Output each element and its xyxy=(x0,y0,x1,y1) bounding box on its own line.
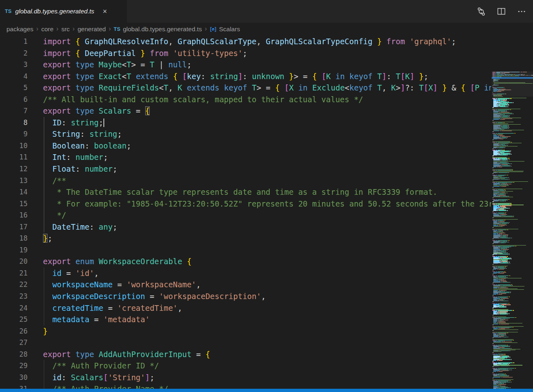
editor-actions xyxy=(476,0,533,23)
line-number[interactable]: 25 xyxy=(0,314,28,325)
minimap-rows xyxy=(492,72,533,392)
line-number[interactable]: 14 xyxy=(0,186,28,198)
line-number[interactable]: 8 xyxy=(0,117,28,129)
code-line[interactable]: 14 * The DateTime scalar type represents… xyxy=(0,186,491,198)
compare-changes-icon[interactable] xyxy=(476,6,486,16)
code-line[interactable]: 7export type Scalars = { xyxy=(0,105,491,117)
close-tab-icon[interactable]: × xyxy=(103,8,107,15)
line-number[interactable]: 17 xyxy=(0,221,28,233)
line-number[interactable]: 18 xyxy=(0,233,28,244)
code-text: DateTime: any; xyxy=(43,221,117,233)
chevron-right-icon: › xyxy=(56,25,58,32)
code-text: workspaceDescription = 'workspaceDescrip… xyxy=(43,291,266,302)
line-number[interactable]: 26 xyxy=(0,325,28,337)
code-line[interactable]: 3export type Maybe<T> = T | null; xyxy=(0,59,491,71)
more-actions-icon[interactable] xyxy=(517,6,527,16)
code-line[interactable]: 2import { DeepPartial } from 'utility-ty… xyxy=(0,47,491,59)
chevron-right-icon: › xyxy=(36,25,38,32)
breadcrumb-file-label: global.db.types.generated.ts xyxy=(123,26,202,33)
code-line[interactable]: 27 xyxy=(0,337,491,349)
symbol-type-icon xyxy=(210,26,217,33)
code-line[interactable]: 28export type AddAuthProviderInput = { xyxy=(0,349,491,360)
line-number[interactable]: 21 xyxy=(0,267,28,279)
code-text: id: Scalars['String']; xyxy=(43,372,155,383)
breadcrumb-item-src[interactable]: src xyxy=(61,26,70,33)
breadcrumb-item-file[interactable]: TS global.db.types.generated.ts xyxy=(114,26,202,33)
line-number[interactable]: 19 xyxy=(0,244,28,256)
code-line[interactable]: 12 Float: number; xyxy=(0,163,491,175)
breadcrumb-item-generated[interactable]: generated xyxy=(77,26,106,33)
code-text: * The DateTime scalar type represents da… xyxy=(43,186,437,198)
code-line[interactable]: 26} xyxy=(0,325,491,337)
line-number[interactable]: 20 xyxy=(0,256,28,267)
code-text: * For example: "1985-04-12T23:20:50.52Z"… xyxy=(43,198,491,210)
tab-global-db-types-generated-ts[interactable]: TS global.db.types.generated.ts × xyxy=(0,0,127,23)
code-line[interactable]: 11 Int: number; xyxy=(0,151,491,163)
status-accent-bar xyxy=(0,389,533,392)
code-text: */ xyxy=(43,209,66,221)
code-line[interactable]: 17 DateTime: any; xyxy=(0,221,491,233)
code-line[interactable]: 18}; xyxy=(0,233,491,244)
line-number[interactable]: 9 xyxy=(0,128,28,140)
split-editor-icon[interactable] xyxy=(496,6,506,16)
line-number[interactable]: 27 xyxy=(0,337,28,349)
line-number[interactable]: 29 xyxy=(0,360,28,372)
line-number[interactable]: 5 xyxy=(0,82,28,94)
code-text: ID: string; xyxy=(43,117,104,129)
line-number[interactable]: 16 xyxy=(0,209,28,221)
indent-guide xyxy=(44,360,44,392)
code-line[interactable]: 4export type Exact<T extends { [key: str… xyxy=(0,71,491,82)
chevron-right-icon: › xyxy=(109,25,111,32)
code-line[interactable]: 13 /** xyxy=(0,175,491,187)
code-line[interactable]: 29 /** Auth Provider ID */ xyxy=(0,360,491,372)
line-number[interactable]: 3 xyxy=(0,59,28,71)
line-number[interactable]: 30 xyxy=(0,372,28,383)
code-text: Float: number; xyxy=(43,163,117,175)
line-number[interactable]: 13 xyxy=(0,175,28,187)
breadcrumb-item-symbol[interactable]: Scalars xyxy=(210,26,240,33)
breadcrumb-item-core[interactable]: core xyxy=(41,26,54,33)
code-line[interactable]: 20export enum WorkspaceOrderable { xyxy=(0,256,491,267)
line-number[interactable]: 1 xyxy=(0,36,28,47)
code-line[interactable]: 23 workspaceDescription = 'workspaceDesc… xyxy=(0,291,491,302)
minimap[interactable] xyxy=(492,71,533,392)
line-number[interactable]: 6 xyxy=(0,94,28,106)
line-number[interactable]: 23 xyxy=(0,291,28,302)
code-line[interactable]: 15 * For example: "1985-04-12T23:20:50.5… xyxy=(0,198,491,210)
code-text: createdTime = 'createdTime', xyxy=(43,302,182,314)
code-line[interactable]: 8 ID: string; xyxy=(0,117,491,129)
line-number[interactable]: 12 xyxy=(0,163,28,175)
line-number[interactable]: 4 xyxy=(0,71,28,82)
code-text: import { DeepPartial } from 'utility-typ… xyxy=(43,47,247,59)
code-line[interactable]: 10 Boolean: boolean; xyxy=(0,140,491,152)
code-text: import { GraphQLResolveInfo, GraphQLScal… xyxy=(43,36,456,47)
code-line[interactable]: 1import { GraphQLResolveInfo, GraphQLSca… xyxy=(0,36,491,47)
code-line[interactable]: 19 xyxy=(0,244,491,256)
code-text: } xyxy=(43,325,47,337)
code-line[interactable]: 25 metadata = 'metadata' xyxy=(0,314,491,325)
line-number[interactable]: 10 xyxy=(0,140,28,152)
line-number[interactable]: 2 xyxy=(0,47,28,59)
minimap-slider[interactable] xyxy=(492,71,533,97)
code-text: /** Auth Provider ID */ xyxy=(43,360,159,372)
breadcrumb-item-packages[interactable]: packages xyxy=(6,26,33,33)
code-editor[interactable]: 1import { GraphQLResolveInfo, GraphQLSca… xyxy=(0,36,533,392)
typescript-file-icon: TS xyxy=(114,26,120,32)
line-number[interactable]: 11 xyxy=(0,151,28,163)
code-line[interactable]: 16 */ xyxy=(0,209,491,221)
line-number[interactable]: 22 xyxy=(0,279,28,291)
code-line[interactable]: 22 workspaceName = 'workspaceName', xyxy=(0,279,491,291)
code-line[interactable]: 6/** All built-in and custom scalars, ma… xyxy=(0,94,491,106)
line-number[interactable]: 24 xyxy=(0,302,28,314)
code-text: workspaceName = 'workspaceName', xyxy=(43,279,201,291)
code-line[interactable]: 24 createdTime = 'createdTime', xyxy=(0,302,491,314)
code-line[interactable]: 9 String: string; xyxy=(0,128,491,140)
code-text: String: string; xyxy=(43,128,122,140)
line-number[interactable]: 15 xyxy=(0,198,28,210)
code-line[interactable]: 21 id = 'id', xyxy=(0,267,491,279)
line-number[interactable]: 28 xyxy=(0,349,28,360)
line-number[interactable]: 7 xyxy=(0,105,28,117)
code-line[interactable]: 30 id: Scalars['String']; xyxy=(0,372,491,383)
code-line[interactable]: 5export type RequireFields<T, K extends … xyxy=(0,82,491,94)
code-text: export enum WorkspaceOrderable { xyxy=(43,256,191,267)
